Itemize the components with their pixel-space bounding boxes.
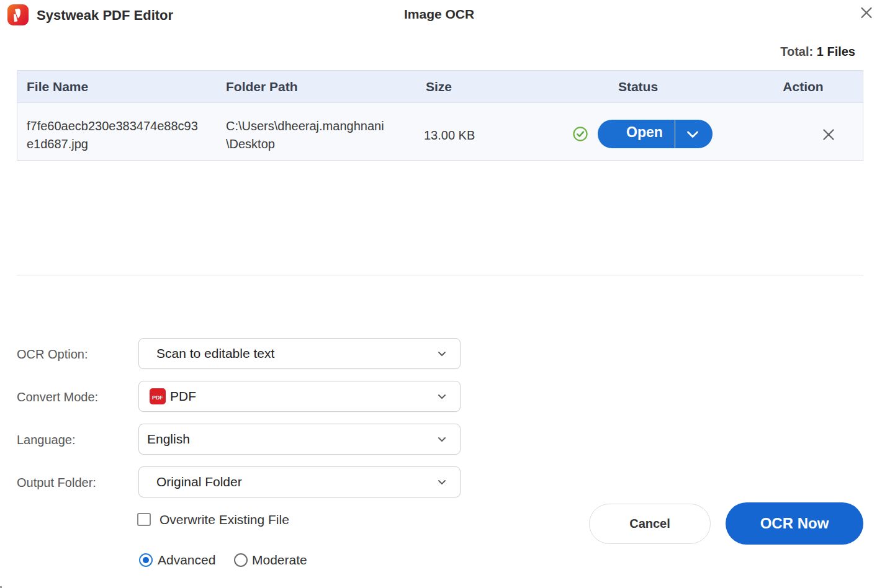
- svg-text:PDF: PDF: [152, 394, 164, 401]
